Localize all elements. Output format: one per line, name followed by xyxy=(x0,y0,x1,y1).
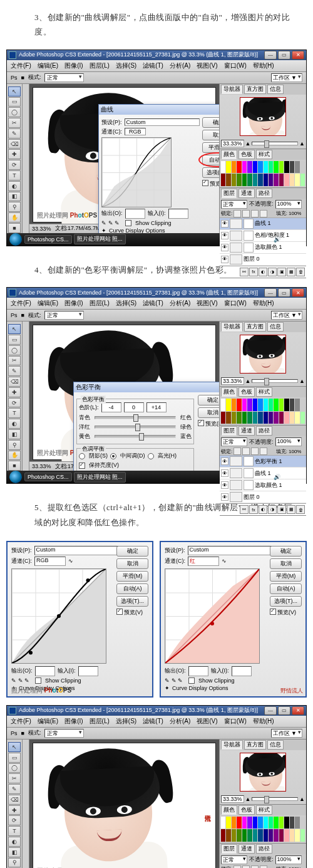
swatch[interactable] xyxy=(237,161,241,174)
options-button[interactable]: 选项(T)... xyxy=(116,596,148,607)
lock-trans-icon[interactable] xyxy=(233,210,241,217)
menu-item[interactable]: 文件(F) xyxy=(11,61,31,70)
channel-select[interactable]: RGB xyxy=(34,557,66,566)
tool-button[interactable]: ✎ xyxy=(8,128,21,139)
menubar[interactable]: 文件(F)编辑(E)图像(I)图层(L)选择(S)滤镜(T)分析(A)视图(V)… xyxy=(7,298,306,310)
toolbox-dock[interactable] xyxy=(23,740,29,868)
navigator-thumb[interactable] xyxy=(240,753,286,792)
swatch[interactable] xyxy=(279,829,284,842)
swatch[interactable] xyxy=(221,817,225,829)
swatch[interactable] xyxy=(258,817,262,829)
options-bar[interactable]: Ps■模式:正常工作区 ▼ xyxy=(7,310,306,322)
panel-tab[interactable]: 直方图 xyxy=(244,740,266,750)
clip-checkbox[interactable] xyxy=(125,220,131,226)
preview-checkbox[interactable] xyxy=(202,180,208,186)
swatch[interactable] xyxy=(232,829,236,842)
midtones-radio[interactable] xyxy=(110,453,116,459)
swatch[interactable] xyxy=(247,412,252,424)
panel-tab[interactable]: 路径 xyxy=(256,189,272,198)
swatch[interactable] xyxy=(237,174,241,186)
panel-tab[interactable]: 通道 xyxy=(239,426,255,436)
menu-item[interactable]: 窗口(W) xyxy=(224,61,247,70)
swatch[interactable] xyxy=(274,817,278,829)
tool-button[interactable]: ■ xyxy=(8,223,21,233)
swatch[interactable] xyxy=(226,174,230,186)
swatch[interactable] xyxy=(258,829,262,842)
menubar[interactable]: 文件(F)编辑(E)图像(I)图层(L)选择(S)滤镜(T)分析(A)视图(V)… xyxy=(7,60,306,72)
tool-button[interactable]: ✂ xyxy=(8,773,21,783)
input-field[interactable] xyxy=(232,666,252,676)
menu-item[interactable]: 图像(I) xyxy=(64,717,83,726)
swatch[interactable] xyxy=(247,399,252,411)
panel-tab[interactable]: 通道 xyxy=(239,844,255,854)
swatch[interactable] xyxy=(269,829,273,842)
output-field[interactable] xyxy=(125,209,145,219)
tool-button[interactable]: ◧ xyxy=(8,429,21,439)
panel-tab[interactable]: 图层 xyxy=(221,844,237,854)
auto-button[interactable]: 自动(A) xyxy=(270,583,302,594)
tool-button[interactable]: ↖ xyxy=(8,324,21,334)
preview-checkbox[interactable] xyxy=(270,609,276,615)
swatch[interactable] xyxy=(284,174,289,186)
swatch[interactable] xyxy=(253,399,257,411)
panel-tab[interactable]: 图层 xyxy=(221,426,237,436)
layer-row[interactable]: 👁图层 0 xyxy=(220,254,306,266)
opacity-field[interactable]: 100% xyxy=(275,200,302,209)
swatch[interactable] xyxy=(232,174,236,186)
tool-button[interactable]: ■ xyxy=(8,461,21,471)
preserve-lum-checkbox[interactable] xyxy=(79,463,85,469)
swatches-grid[interactable] xyxy=(220,815,306,843)
swatch[interactable] xyxy=(295,161,299,174)
tool-button[interactable]: ◯ xyxy=(8,107,21,117)
swatch[interactable] xyxy=(264,412,268,424)
cancel-button[interactable]: 取消 xyxy=(116,558,148,569)
channel-select[interactable]: 红 xyxy=(188,557,219,566)
menu-item[interactable]: 帮助(H) xyxy=(253,717,274,726)
options-button[interactable]: 选项(T)... xyxy=(202,167,219,178)
visibility-icon[interactable]: 👁 xyxy=(221,493,228,501)
menu-item[interactable]: 分析(A) xyxy=(170,717,190,726)
swatch[interactable] xyxy=(258,161,262,174)
tool-button[interactable]: ▭ xyxy=(8,97,21,107)
swatch[interactable] xyxy=(242,412,247,424)
nav-slider[interactable] xyxy=(252,142,298,145)
shadows-radio[interactable] xyxy=(79,453,85,459)
tool-button[interactable]: ⚲ xyxy=(8,858,21,868)
swatch[interactable] xyxy=(226,399,230,411)
preview-checkbox[interactable] xyxy=(116,609,123,615)
swatch[interactable] xyxy=(274,399,278,411)
swatch[interactable] xyxy=(284,817,289,829)
preset-select[interactable]: Custom xyxy=(125,118,200,126)
zoom-readout[interactable]: 33.33% xyxy=(32,226,51,232)
layer-row[interactable]: 👁色彩平衡 1 xyxy=(220,456,306,468)
swatch[interactable] xyxy=(284,399,289,411)
swatch[interactable] xyxy=(242,399,247,411)
swatch[interactable] xyxy=(237,412,241,424)
swatch[interactable] xyxy=(290,817,294,829)
toolbox-dock[interactable] xyxy=(23,84,29,233)
navigator-thumb[interactable] xyxy=(240,97,286,136)
magenta-green-slider[interactable] xyxy=(95,426,176,429)
tool-button[interactable]: ✚ xyxy=(8,387,21,397)
swatch[interactable] xyxy=(221,829,225,842)
new-layer-icon[interactable]: ▦ xyxy=(287,268,295,276)
cancel-button[interactable]: 取消 xyxy=(202,130,219,140)
tool-button[interactable]: ⌫ xyxy=(8,139,21,149)
menu-item[interactable]: 滤镜(T) xyxy=(143,61,163,70)
lock-move-icon[interactable] xyxy=(251,210,259,217)
panel-tab[interactable]: 直方图 xyxy=(244,322,266,332)
swatch[interactable] xyxy=(300,161,305,174)
options-button[interactable]: 选项(T)... xyxy=(270,596,302,607)
input-field[interactable] xyxy=(168,209,188,219)
visibility-icon[interactable]: 👁 xyxy=(221,220,228,227)
tool-button[interactable]: ✎ xyxy=(8,366,21,376)
canvas-area[interactable]: 野情流人 照片处理网 PhotOPS 33.33% 文档:17.7M/45.7M… xyxy=(29,84,219,233)
lock-paint-icon[interactable] xyxy=(242,210,250,217)
visibility-icon[interactable]: 👁 xyxy=(221,232,228,239)
panel-tab[interactable]: 信息 xyxy=(267,740,284,750)
menu-item[interactable]: 选择(S) xyxy=(116,717,136,726)
swatch[interactable] xyxy=(300,399,305,411)
tool-button[interactable]: ◐ xyxy=(8,419,21,429)
swatch[interactable] xyxy=(295,829,299,842)
blend-mode-select[interactable]: 正常 xyxy=(44,311,84,320)
